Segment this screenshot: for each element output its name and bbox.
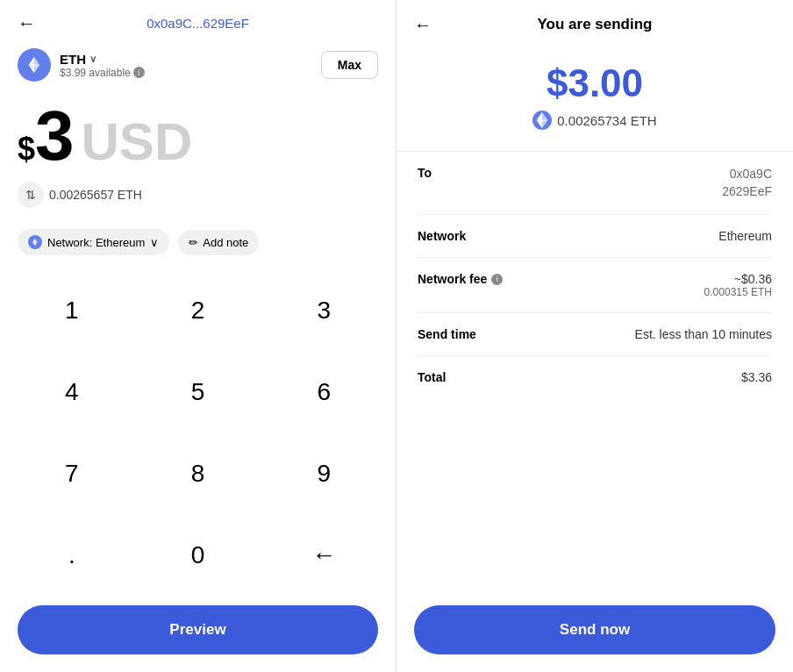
back-button-left[interactable]: ←: [18, 13, 35, 33]
total-row: Total $3.36: [418, 356, 772, 398]
token-symbol: ETH: [60, 52, 86, 67]
key-2[interactable]: 2: [135, 269, 261, 351]
send-eth-text: 0.00265734 ETH: [557, 113, 656, 128]
fee-label: Network fee: [418, 272, 487, 286]
max-button[interactable]: Max: [321, 51, 378, 79]
info-icon[interactable]: i: [133, 67, 145, 78]
network-eth-icon: [28, 235, 42, 249]
to-address: 0x0a9C 2629EeF: [722, 166, 772, 200]
key-6[interactable]: 6: [261, 351, 387, 433]
right-title: You are sending: [538, 16, 653, 33]
send-time-row: Send time Est. less than 10 minutes: [418, 313, 772, 356]
network-detail-label: Network: [418, 229, 466, 243]
key-0[interactable]: 0: [135, 515, 261, 597]
key-1[interactable]: 1: [9, 269, 135, 351]
token-name-row[interactable]: ETH ∨: [60, 52, 145, 67]
left-header: ← 0x0a9C...629EeF: [0, 0, 396, 41]
pencil-icon: ✏: [189, 236, 198, 249]
right-header: ← You are sending: [396, 0, 793, 44]
key-3[interactable]: 3: [261, 269, 387, 351]
fee-usd: ~$0.36: [704, 272, 772, 286]
add-note-label: Add note: [203, 236, 248, 249]
network-chevron-icon: ∨: [150, 236, 159, 249]
send-panel-left: ← 0x0a9C...629EeF ETH: [0, 0, 396, 672]
sending-amount-section: $3.00 0.00265734 ETH: [396, 44, 793, 152]
token-row: ETH ∨ $3.99 available i Max: [0, 41, 396, 92]
send-now-button[interactable]: Send now: [414, 605, 775, 654]
details-section: To 0x0a9C 2629EeF Network Ethereum Netwo…: [396, 152, 793, 597]
back-button-right[interactable]: ←: [414, 15, 432, 35]
key-4[interactable]: 4: [9, 351, 135, 433]
total-value: $3.36: [741, 370, 772, 384]
amount-display: $ 3 USD: [0, 92, 396, 176]
to-row: To 0x0a9C 2629EeF: [418, 152, 772, 215]
preview-button[interactable]: Preview: [18, 605, 378, 654]
eth-icon: [18, 48, 51, 82]
fee-label-row: Network fee i: [418, 272, 503, 286]
amount-number: 3: [35, 101, 75, 171]
send-time-label: Send time: [418, 327, 476, 341]
fee-info-icon[interactable]: i: [491, 274, 503, 285]
recipient-address-left: 0x0a9C...629EeF: [146, 16, 249, 31]
to-label: To: [418, 166, 432, 180]
token-details: ETH ∨ $3.99 available i: [60, 52, 145, 79]
key-8[interactable]: 8: [135, 433, 261, 515]
token-available: $3.99 available i: [60, 67, 145, 79]
network-label: Network: Ethereum: [47, 236, 145, 249]
numpad: 1 2 3 4 5 6 7 8 9 . 0 ←: [0, 269, 396, 597]
key-5[interactable]: 5: [135, 351, 261, 433]
swap-icon[interactable]: ⇅: [18, 182, 44, 208]
dollar-sign: $: [18, 131, 35, 168]
total-label: Total: [418, 370, 446, 384]
key-9[interactable]: 9: [261, 433, 387, 515]
key-backspace[interactable]: ←: [261, 515, 387, 597]
token-chevron-icon: ∨: [89, 54, 96, 65]
eth-equivalent-text: 0.00265657 ETH: [49, 188, 142, 202]
add-note-button[interactable]: ✏ Add note: [178, 230, 259, 255]
eth-icon-right: [532, 111, 552, 130]
fee-eth: 0.000315 ETH: [704, 286, 772, 298]
network-detail-value: Ethereum: [718, 229, 772, 243]
token-info: ETH ∨ $3.99 available i: [18, 48, 145, 82]
key-7[interactable]: 7: [9, 433, 135, 515]
network-row: Network: Ethereum ∨ ✏ Add note: [0, 220, 396, 269]
available-amount: $3.99 available: [60, 67, 131, 79]
network-select-button[interactable]: Network: Ethereum ∨: [18, 229, 169, 255]
send-eth-row: 0.00265734 ETH: [532, 111, 656, 130]
to-address-line1: 0x0a9C: [722, 166, 772, 183]
send-time-value: Est. less than 10 minutes: [635, 327, 772, 341]
send-usd-amount: $3.00: [547, 61, 643, 105]
fee-values: ~$0.36 0.000315 ETH: [704, 272, 772, 298]
fee-row: Network fee i ~$0.36 0.000315 ETH: [418, 258, 772, 313]
currency-label: USD: [82, 116, 193, 168]
eth-equivalent-row: ⇅ 0.00265657 ETH: [0, 176, 396, 220]
key-dot[interactable]: .: [9, 515, 135, 597]
send-panel-right: ← You are sending $3.00 0.00265734 ETH: [396, 0, 793, 672]
to-address-line2: 2629EeF: [722, 183, 772, 201]
network-detail-row: Network Ethereum: [418, 215, 772, 258]
